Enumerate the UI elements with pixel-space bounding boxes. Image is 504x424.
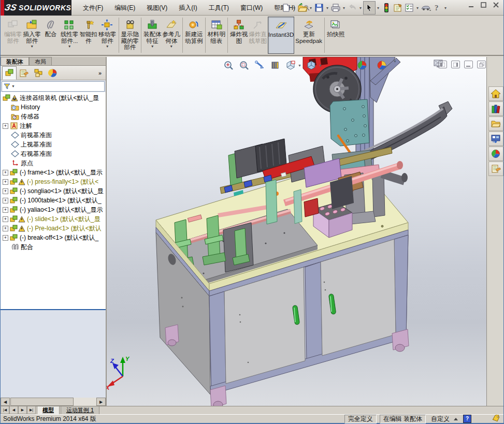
view-orientation-icon[interactable] [285,60,296,71]
expand-toggle[interactable] [3,216,8,222]
minimize-button[interactable] [467,2,476,10]
expand-toggle[interactable] [3,226,8,231]
restore-doc-icon[interactable] [477,61,486,68]
dropdown-arrow[interactable]: ▼ [106,45,109,48]
expand-toggle[interactable] [3,207,8,213]
maximize-button[interactable] [479,2,488,10]
new-motion-study-button[interactable]: 新建运 动算例 [185,17,203,54]
custom-properties-button[interactable] [488,162,503,176]
file-properties-icon[interactable] [392,2,404,14]
displaymanager-tab[interactable] [46,66,60,80]
expand-toggle[interactable] [3,123,8,129]
design-library-button[interactable] [488,101,503,116]
view-palette-button[interactable] [488,131,503,146]
minimize-doc-icon[interactable] [464,61,473,68]
show-hidden-components-button[interactable]: 显示隐 藏的零 部件 [121,17,139,54]
tree-item-sensors[interactable]: 传感器 [1,112,106,121]
filter-dropdown-arrow[interactable]: ▼ [11,84,15,88]
scroll-left-arrow[interactable]: ◀ [1,398,10,406]
tab-scroll-next[interactable]: ▶ [18,406,27,414]
bill-of-materials-button[interactable]: 材料明 细表 [208,17,226,54]
tree-item-top-plane[interactable]: 上视基准面 [1,140,106,149]
menu-window[interactable]: 窗口(W) [236,2,267,14]
tree-item-slide[interactable]: (-) slide<1> (默认<默认_显 [1,214,106,224]
dropdown-arrow[interactable]: ▼ [319,64,322,67]
expand-toggle[interactable] [3,235,8,241]
smart-fasteners-button[interactable]: 智能扣 件 [80,17,98,54]
configurationmanager-tab[interactable] [31,66,46,80]
tree-item-frame[interactable]: (-) frame<1> (默认<默认_显示 [1,168,106,177]
show-pane-left-icon[interactable] [438,61,447,68]
zoom-to-area-icon[interactable] [238,60,250,71]
show-pane-right-icon[interactable] [451,61,460,68]
featuremanager-tree-tab[interactable] [2,66,17,80]
open-icon[interactable] [297,2,308,14]
apply-scene-icon[interactable] [376,60,387,71]
expand-toggle[interactable] [3,198,8,203]
print-icon[interactable] [330,2,341,14]
tree-item-root[interactable]: 连接器组装机 (默认<默认_显 [1,93,106,103]
tab-assembly[interactable]: 装配体 [1,57,29,65]
expand-toggle[interactable] [3,170,8,176]
tree-item-yaliao[interactable]: (-) yaliao<1> (默认<默认_显示 [1,205,106,214]
tab-layout[interactable]: 布局 [29,57,52,65]
update-speedpak-button[interactable]: 更新 Speedpak [295,17,322,54]
previous-view-icon[interactable] [254,60,265,71]
edit-appearance-icon[interactable] [356,60,368,71]
file-explorer-button[interactable] [488,116,503,131]
options-icon[interactable] [404,2,415,14]
machine-teal-plate[interactable] [330,99,369,146]
tab-scroll-prev[interactable]: ◀ [9,406,18,414]
assembly-model[interactable]: Y Z X [107,57,486,406]
propertymanager-tab[interactable] [17,66,31,80]
tree-item-pre-load[interactable]: (-) Pre-load<1> (默认<默认 [1,224,106,233]
dropdown-arrow[interactable]: ▼ [68,45,71,48]
section-view-icon[interactable] [269,60,281,71]
new-icon[interactable] [280,2,292,14]
tab-scroll-last[interactable]: ▶| [27,406,36,414]
assembly-features-button[interactable]: 装配体 特征 ▼ [143,17,162,54]
instant3d-button[interactable]: Instant3D [268,17,294,54]
tree-item-history[interactable]: History [1,103,106,112]
edit-component-button[interactable]: 编辑零 部件 [4,17,22,54]
expand-toggle[interactable] [3,188,8,194]
dropdown-arrow[interactable]: ▼ [393,60,397,71]
mate-button[interactable]: 配合 [42,17,60,54]
explode-line-sketch-button[interactable]: 爆炸直 线草图 [249,17,267,54]
graphics-area[interactable]: Y Z X ▼ ▼ ▼ [107,57,486,406]
dropdown-arrow[interactable]: ▼ [151,45,154,48]
dropdown-arrow[interactable]: ▼ [30,45,34,48]
expand-panel-chevron[interactable]: » [98,70,102,76]
quick-tips-icon[interactable] [463,415,471,423]
tab-scroll-first[interactable]: |◀ [1,406,9,414]
status-custom[interactable]: 自定义 [429,415,452,423]
tree-item-right-plane[interactable]: 右视基准面 [1,149,106,158]
select-cursor-icon[interactable] [363,1,376,14]
menu-insert[interactable]: 插入(I) [174,2,201,14]
linear-component-pattern-button[interactable]: 线性零 部件... ▼ [61,17,79,54]
scroll-thumb[interactable] [10,398,74,406]
take-snapshot-button[interactable]: 拍快照 [327,17,345,54]
tree-item-front-plane[interactable]: 前视基准面 [1,130,106,140]
save-icon[interactable] [313,2,325,14]
tree-item-press-finally[interactable]: (-) press-finally<1> (默认< [1,177,106,186]
solidworks-resources-button[interactable] [488,86,503,101]
tree-item-break-off[interactable]: (-) break-off<1> (默认<默认_ [1,233,106,242]
tree-item-songliao[interactable]: (-) songliao<1> (默认<默认_显 [1,186,106,196]
menu-view[interactable]: 视图(V) [142,2,172,14]
appearances-scenes-button[interactable] [488,147,503,161]
tree-item-annotations[interactable]: 注解 [1,121,106,130]
expand-toggle[interactable] [3,179,8,185]
help-icon[interactable]: ? [431,2,443,14]
tab-model[interactable]: 模型 [37,406,60,414]
tree-filter-input[interactable]: ▼ [2,81,105,92]
scroll-right-arrow[interactable]: ▶ [96,398,106,406]
zoom-to-fit-icon[interactable] [223,60,234,71]
move-component-button[interactable]: 移动零 部件 ▼ [98,17,117,54]
sw-addins-icon[interactable] [420,2,431,14]
insert-components-button[interactable]: 插入零 部件 ▼ [23,17,41,54]
status-custom-arrow[interactable] [454,418,458,420]
exploded-view-button[interactable]: 爆炸视 图 [230,17,248,54]
menu-file[interactable]: 文件(F) [78,2,108,14]
dropdown-arrow[interactable]: ▼ [298,64,301,67]
